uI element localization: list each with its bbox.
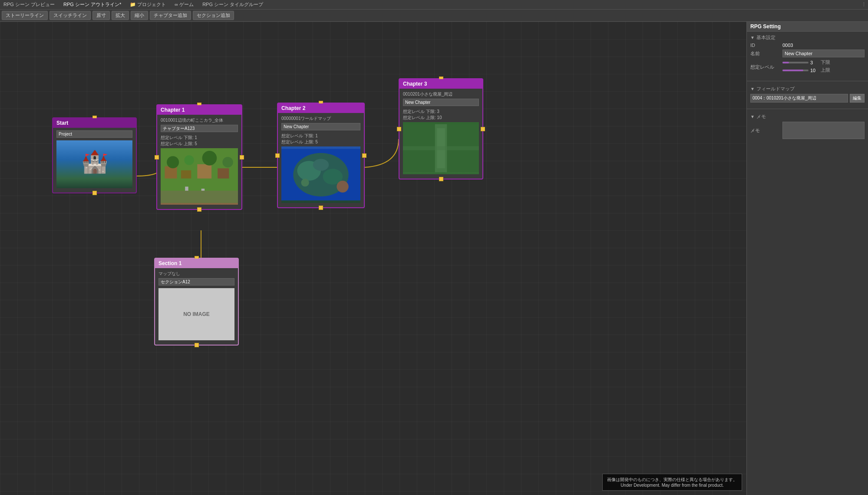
chapter1-section-field	[161, 125, 238, 133]
level-label: 想定レベル	[750, 64, 781, 70]
start-project-field	[56, 130, 132, 139]
chapter1-level-field: 想定レベル 下限: 1 想定レベル 上限: 5	[161, 135, 238, 147]
level-controls: 3 下限 10 上限	[782, 59, 865, 75]
storyline-button[interactable]: ストーリーライン	[2, 11, 48, 20]
chapter2-section-field	[281, 123, 360, 132]
right-panel-header: RPG Setting	[747, 22, 868, 32]
menu-item-preview[interactable]: RPG シーン プレビュー	[2, 0, 56, 9]
name-row: 名前	[750, 50, 865, 57]
menu-bar: RPG シーン プレビュー RPG シーン アウトライン* 📁 プロジェクト ∞…	[0, 0, 868, 10]
name-label: 名前	[750, 50, 781, 57]
section1-section-input[interactable]	[158, 278, 234, 286]
level-min-value: 3	[810, 60, 819, 65]
chapter3-map-field: 0010201小さな廃屋_周辺	[403, 91, 479, 97]
chapter2-connector-right	[362, 153, 366, 158]
svg-rect-19	[281, 149, 360, 200]
zoom-in-button[interactable]: 拡大	[112, 11, 129, 20]
chapter3-node[interactable]: Chapter 3 0010201小さな廃屋_周辺 想定レベル 下限: 3 想定…	[399, 78, 483, 179]
chapter1-section-input[interactable]	[161, 125, 238, 132]
svg-rect-1	[165, 166, 177, 179]
chapter1-connector-left	[155, 155, 159, 159]
field-map-edit-button[interactable]: 編集	[850, 94, 865, 103]
svg-rect-3	[197, 164, 211, 179]
field-map-section: ▼ フィールドマップ 0004：0010201小さな廃屋_周辺 編集	[747, 83, 868, 107]
level-min-fill	[782, 62, 789, 63]
connections-svg	[0, 22, 746, 495]
start-node-header: Start	[53, 118, 136, 128]
section1-noimage: NO IMAGE	[158, 288, 234, 340]
menu-item-game[interactable]: ∞ ゲーム	[173, 0, 195, 9]
svg-point-8	[222, 157, 233, 167]
chapter3-section-field	[403, 99, 479, 107]
chapter3-field-image	[403, 122, 479, 174]
field-map-title: ▼ フィールドマップ	[750, 86, 865, 92]
chapter1-connector-bottom	[197, 207, 201, 212]
chapter2-map-field: 00000001ワールドマップ	[281, 116, 360, 122]
start-castle-image	[56, 140, 132, 188]
memo-title: ▼ メモ	[750, 113, 865, 120]
chapter2-body: 00000001ワールドマップ 想定レベル 下限: 1 想定レベル 上限: 5	[278, 113, 364, 206]
section1-map-label: マップなし	[158, 271, 234, 277]
level-min-suffix: 下限	[821, 59, 830, 66]
menu-item-project[interactable]: 📁 プロジェクト	[128, 0, 168, 9]
svg-rect-11	[161, 191, 238, 203]
section1-header: Section 1	[155, 259, 238, 268]
chapter3-connector-right	[481, 127, 485, 131]
level-max-value: 10	[810, 68, 819, 73]
chapter2-header: Chapter 2	[278, 103, 364, 113]
toolbar: ストーリーライン スイッチライン 原寸 拡大 縮小 チャプター追加 セクション追…	[0, 10, 868, 22]
chapter1-map-field: 0010001辺境の町ここカラ_全体	[161, 117, 238, 123]
divider2	[747, 109, 868, 109]
id-row: ID 0003	[750, 43, 865, 48]
level-row: 想定レベル 3 下限 10 上限	[750, 59, 865, 75]
memo-textarea[interactable]	[782, 122, 865, 139]
bottom-notice: 画像は開発中のものにつき、実際の仕様と異なる場合があります。 Under Dev…	[602, 474, 742, 491]
field-triangle-icon: ▼	[750, 86, 755, 91]
chapter3-header: Chapter 3	[399, 79, 482, 89]
chapter2-connector-bottom	[319, 206, 323, 210]
section1-node[interactable]: Section 1 マップなし NO IMAGE	[154, 258, 239, 346]
main-layout: Start Chapter 1 0010001辺境の町ここカラ_全	[0, 22, 868, 495]
chapter2-level-field: 想定レベル 下限: 1 想定レベル 上限: 5	[281, 133, 360, 145]
chapter3-section-input[interactable]	[403, 99, 479, 106]
menu-item-tilegroup[interactable]: RPG シーン タイルグループ	[201, 0, 265, 9]
memo-triangle-icon: ▼	[750, 114, 755, 119]
chapter1-footer	[157, 207, 241, 209]
section1-section-field	[158, 278, 234, 287]
svg-point-6	[184, 155, 194, 165]
chapter3-body: 0010201小さな廃屋_周辺 想定レベル 下限: 3 想定レベル 上限: 10	[399, 89, 482, 177]
chapter2-node[interactable]: Chapter 2 00000001ワールドマップ 想定レベル 下限: 1 想定…	[277, 103, 365, 208]
menu-item-outline[interactable]: RPG シーン アウトライン*	[62, 0, 123, 9]
start-node-footer	[53, 191, 136, 193]
triangle-icon: ▼	[750, 35, 755, 40]
level-min-row: 3 下限	[782, 59, 865, 66]
basic-settings-title: ▼ 基本設定	[750, 34, 865, 41]
canvas-area[interactable]: Start Chapter 1 0010001辺境の町ここカラ_全	[0, 22, 746, 495]
level-max-fill	[782, 70, 803, 71]
level-max-row: 10 上限	[782, 67, 865, 73]
chapter1-town-image	[161, 148, 238, 205]
chapter2-section-input[interactable]	[281, 123, 360, 130]
zoom-out-button[interactable]: 縮小	[131, 11, 148, 20]
divider1	[747, 81, 868, 81]
chapter1-connector-right	[240, 155, 244, 159]
start-project-input[interactable]	[56, 130, 132, 138]
start-node-body	[53, 128, 136, 191]
chapter2-world-image	[281, 146, 360, 203]
field-map-row: 0004：0010201小さな廃屋_周辺 編集	[750, 94, 865, 103]
level-max-track	[782, 70, 809, 71]
section1-body: マップなし NO IMAGE	[155, 268, 238, 343]
chapter1-node[interactable]: Chapter 1 0010001辺境の町ここカラ_全体 想定レベル 下限: 1…	[156, 104, 242, 210]
add-section-button[interactable]: セクション追加	[193, 11, 234, 20]
actual-size-button[interactable]: 原寸	[92, 11, 110, 20]
name-input[interactable]	[782, 50, 865, 57]
svg-rect-24	[403, 146, 479, 150]
start-node[interactable]: Start	[52, 117, 137, 193]
switchline-button[interactable]: スイッチライン	[50, 11, 91, 20]
id-label: ID	[750, 43, 781, 48]
svg-point-5	[167, 156, 179, 168]
add-chapter-button[interactable]: チャプター追加	[150, 11, 191, 20]
basic-settings-section: ▼ 基本設定 ID 0003 名前 想定レベル 3	[747, 32, 868, 79]
more-menu-icon[interactable]: ⋮	[861, 2, 866, 7]
start-connector-bottom	[92, 191, 97, 195]
